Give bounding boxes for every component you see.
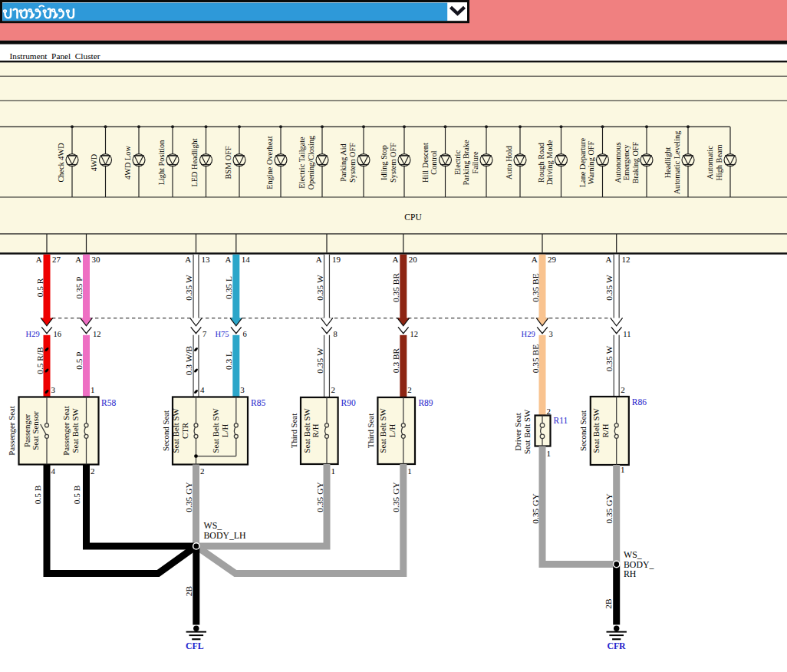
svg-text:RH: RH <box>624 568 637 579</box>
svg-text:0.3 W/B: 0.3 W/B <box>184 345 193 375</box>
svg-text:0.35 BE: 0.35 BE <box>531 273 540 301</box>
svg-text:Failure: Failure <box>471 151 479 174</box>
svg-text:4: 4 <box>200 385 205 394</box>
svg-text:Auto Hold: Auto Hold <box>505 145 513 180</box>
svg-text:6: 6 <box>242 330 246 338</box>
svg-text:2: 2 <box>547 407 552 416</box>
svg-text:8: 8 <box>334 330 338 338</box>
svg-text:20: 20 <box>409 255 418 264</box>
svg-text:A: A <box>75 255 81 264</box>
svg-text:A: A <box>36 255 42 264</box>
svg-text:4: 4 <box>51 466 56 476</box>
svg-text:BODY_LH: BODY_LH <box>204 530 247 541</box>
svg-text:Autonomous: Autonomous <box>614 142 622 183</box>
svg-text:13: 13 <box>201 255 210 264</box>
svg-text:2: 2 <box>621 385 625 394</box>
svg-text:0.35 W: 0.35 W <box>315 348 324 374</box>
svg-text:Warning OFF: Warning OFF <box>587 140 595 184</box>
svg-text:29: 29 <box>548 255 557 264</box>
svg-text:2: 2 <box>200 466 205 476</box>
svg-text:0.35 GY: 0.35 GY <box>391 482 400 512</box>
svg-text:System OFF: System OFF <box>348 143 357 183</box>
svg-text:Second Seat: Second Seat <box>578 410 588 451</box>
svg-text:A: A <box>605 255 611 264</box>
svg-text:Automatic: Automatic <box>706 146 714 180</box>
svg-text:A: A <box>393 255 399 264</box>
svg-text:Light Position: Light Position <box>157 140 166 186</box>
svg-text:Parking Aid: Parking Aid <box>339 143 347 181</box>
svg-text:Second Seat: Second Seat <box>161 410 170 451</box>
svg-text:Seat Belt SW: Seat Belt SW <box>522 409 532 454</box>
svg-text:CFR: CFR <box>607 641 626 651</box>
svg-text:2: 2 <box>91 466 95 476</box>
svg-text:3: 3 <box>240 385 245 394</box>
svg-text:2: 2 <box>407 385 412 394</box>
svg-text:1: 1 <box>91 385 95 394</box>
svg-text:4WD: 4WD <box>90 153 98 171</box>
svg-text:1: 1 <box>547 449 552 458</box>
svg-text:3: 3 <box>51 385 56 394</box>
svg-text:1: 1 <box>621 465 625 474</box>
svg-text:R/H: R/H <box>601 423 610 437</box>
svg-text:0.35 GY: 0.35 GY <box>315 482 324 512</box>
svg-text:Parking Brake: Parking Brake <box>462 140 470 186</box>
svg-text:Passenger: Passenger <box>22 414 31 448</box>
svg-text:Electric Tailgate: Electric Tailgate <box>298 137 306 189</box>
svg-text:A: A <box>532 255 538 264</box>
svg-text:30: 30 <box>91 255 100 264</box>
svg-text:R58: R58 <box>101 398 116 407</box>
svg-text:7: 7 <box>203 330 206 338</box>
svg-text:BSM OFF: BSM OFF <box>224 146 232 179</box>
svg-text:0.5 B: 0.5 B <box>72 485 81 504</box>
svg-text:12: 12 <box>622 255 631 264</box>
svg-text:Seat Belt SW: Seat Belt SW <box>378 408 387 453</box>
svg-text:0.3 BR: 0.3 BR <box>391 348 400 373</box>
svg-text:Driver Seat: Driver Seat <box>513 413 522 450</box>
svg-text:A: A <box>316 255 322 264</box>
svg-text:Seat Belt SW: Seat Belt SW <box>211 408 220 453</box>
svg-text:System OFF: System OFF <box>389 143 397 183</box>
svg-text:CFL: CFL <box>186 641 204 651</box>
svg-text:0.35 L: 0.35 L <box>224 276 233 299</box>
svg-text:R90: R90 <box>341 398 356 407</box>
svg-text:0.5 R: 0.5 R <box>35 278 44 297</box>
svg-text:Third Seat: Third Seat <box>289 413 298 448</box>
svg-text:R85: R85 <box>251 398 265 407</box>
svg-text:14: 14 <box>242 255 251 264</box>
svg-text:2B: 2B <box>184 585 193 596</box>
svg-text:Hill Descent: Hill Descent <box>421 143 430 183</box>
svg-text:0.35 BR: 0.35 BR <box>391 273 400 302</box>
svg-text:CTR: CTR <box>180 422 189 439</box>
svg-text:LED Headlight: LED Headlight <box>190 138 199 186</box>
svg-text:L/H: L/H <box>220 424 229 438</box>
svg-text:3: 3 <box>549 330 553 338</box>
svg-text:16: 16 <box>54 330 62 338</box>
svg-text:0.35 GY: 0.35 GY <box>604 493 614 523</box>
svg-text:H75: H75 <box>215 330 229 338</box>
svg-text:0.5 R/B: 0.5 R/B <box>35 347 44 374</box>
svg-text:Seat Belt SW: Seat Belt SW <box>302 408 311 453</box>
svg-text:0.35 W: 0.35 W <box>604 346 614 372</box>
svg-text:Seat Belt SW: Seat Belt SW <box>591 408 601 453</box>
svg-text:0.35 W: 0.35 W <box>184 275 193 301</box>
svg-text:1: 1 <box>331 466 336 476</box>
svg-text:R11: R11 <box>554 416 568 425</box>
svg-text:4WD Low: 4WD Low <box>123 146 132 180</box>
svg-text:0.35 P: 0.35 P <box>74 276 84 298</box>
svg-text:A: A <box>226 255 232 264</box>
svg-text:0.35 GY: 0.35 GY <box>531 493 540 523</box>
svg-text:H29: H29 <box>26 330 40 338</box>
svg-text:Driving Mode: Driving Mode <box>545 140 554 185</box>
svg-text:Seat Sensor: Seat Sensor <box>31 411 40 450</box>
svg-text:R86: R86 <box>632 397 647 407</box>
svg-text:High Beam: High Beam <box>715 144 723 180</box>
svg-text:Idling Stop: Idling Stop <box>380 145 388 180</box>
svg-text:1: 1 <box>407 466 412 476</box>
svg-text:H29: H29 <box>522 330 535 338</box>
svg-text:0.35 W: 0.35 W <box>604 275 614 301</box>
svg-text:0.5 P: 0.5 P <box>74 351 84 369</box>
svg-text:Electric: Electric <box>453 150 462 175</box>
svg-text:27: 27 <box>52 255 61 264</box>
svg-text:Instrument Panel Cluster: Instrument Panel Cluster <box>10 51 100 61</box>
svg-text:Opening/Closing: Opening/Closing <box>307 136 315 189</box>
